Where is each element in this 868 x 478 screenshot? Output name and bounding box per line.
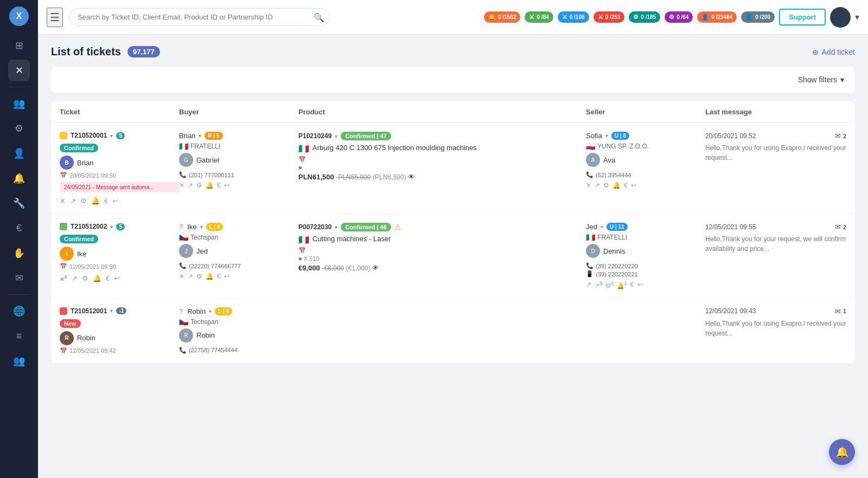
contact-name: Robin — [196, 331, 215, 339]
seller-action-5[interactable]: € — [624, 182, 628, 189]
avatar: R — [60, 331, 74, 345]
tools-icon[interactable]: 🔧 — [8, 192, 30, 214]
buyer-cell: ? Ike ▾ L | 4 🇨🇿 Techspan J Jed 📞 — [179, 223, 298, 280]
buyer-action-6[interactable]: ↩ — [224, 182, 229, 189]
eye-icon[interactable]: 👁 — [372, 264, 379, 272]
settings-icon[interactable]: ⚙ — [8, 118, 30, 139]
sidebar-divider — [8, 87, 30, 87]
buyer-role-badge: L | 4 — [206, 223, 224, 231]
buyer-action-3[interactable]: ⚙ — [196, 182, 202, 189]
msg-date: 12/05/2021 09:55 — [705, 223, 756, 231]
main-content: ☰ 🔍 🔔 0 /1582 ⚔ 0 /84 ⚔ 0 /108 ⚔ 0 /253 — [38, 0, 868, 478]
user-avatar[interactable] — [830, 7, 851, 28]
action-icon-2[interactable]: ↗ — [72, 274, 78, 283]
badge-b8[interactable]: 👤 0 /200 — [741, 11, 775, 23]
buyer-dropdown-icon[interactable]: ▾ — [209, 308, 212, 314]
ticket-id[interactable]: T210512002 — [71, 223, 107, 230]
support-button[interactable]: Support — [779, 9, 826, 25]
action-icon-5[interactable]: € — [106, 274, 110, 283]
badge-b4[interactable]: ⚔ 0 /253 — [593, 11, 625, 23]
ticket-id[interactable]: T210520001 — [71, 132, 107, 139]
buyer-action-3[interactable]: ⚙ — [196, 273, 202, 280]
seller-action-1[interactable]: ✕ — [586, 182, 591, 189]
action-icon-1[interactable]: ✕ — [60, 197, 66, 205]
badge-b5[interactable]: ⚙ 0 /185 — [629, 11, 660, 23]
show-filters-button[interactable]: Show filters ▾ — [798, 75, 844, 84]
dashboard-icon[interactable]: ⊞ — [8, 35, 30, 56]
badge-b7[interactable]: 👤 0 /23484 — [697, 11, 737, 23]
product-dropdown-icon[interactable]: ▾ — [335, 224, 337, 230]
buyer-action-5[interactable]: € — [217, 273, 221, 280]
badge-b2[interactable]: ⚔ 0 /84 — [525, 11, 553, 23]
action-icon-1[interactable]: ✕6 — [60, 274, 67, 283]
buyer-flag: 🇨🇿 — [179, 318, 188, 326]
action-icon-6[interactable]: ↩ — [114, 274, 120, 283]
seller-action-2[interactable]: ↗ — [595, 182, 600, 189]
action-icon-3[interactable]: ⚙ — [80, 197, 87, 205]
notification-fab[interactable]: 🔔 — [829, 439, 855, 465]
ticket-note: 24/05/2021 - Message sent automa... — [60, 182, 179, 192]
seller-action-6[interactable]: ↩ — [631, 182, 636, 189]
euro-icon[interactable]: € — [8, 217, 30, 239]
menu-button[interactable]: ☰ — [47, 8, 63, 27]
action-icon-6[interactable]: ↩ — [112, 197, 118, 205]
buyer-action-4[interactable]: 🔔 — [206, 273, 214, 280]
seller-dropdown-icon[interactable]: ▾ — [605, 133, 608, 139]
avatar: B — [60, 156, 74, 170]
buyer-action-6[interactable]: ↩ — [224, 273, 229, 280]
badge-b6[interactable]: ⚙ 0 /64 — [665, 11, 693, 23]
sliders-icon[interactable]: ≡ — [8, 325, 30, 347]
seller-action-6[interactable]: ↩ — [637, 281, 643, 289]
product-id[interactable]: P00722030 — [298, 223, 331, 231]
user2-icon: 👤 — [745, 14, 753, 21]
ticket-cell: T210512001 ▾ -1 New R Robin 📅 12/05/2021… — [60, 307, 179, 354]
buyer-dropdown-icon[interactable]: ▾ — [200, 224, 203, 230]
ticket-dropdown-icon[interactable]: ▾ — [110, 133, 113, 139]
add-user-icon[interactable]: 👤 — [8, 143, 30, 164]
product-dropdown-icon[interactable]: ▾ — [335, 133, 337, 139]
phone-row: 📞 (22220) 774666777 — [179, 262, 298, 269]
globe-icon[interactable]: 🌐 — [8, 300, 30, 322]
users-icon[interactable]: 👥 — [8, 93, 30, 114]
buyer-action-4[interactable]: 🔔 — [206, 182, 214, 189]
flag-icon: 🇮🇹 — [298, 144, 309, 154]
app-logo[interactable]: X — [9, 7, 29, 26]
action-icon-5[interactable]: € — [104, 197, 108, 205]
buyer-action-1[interactable]: ✕ — [179, 273, 184, 280]
ticket-dropdown-icon[interactable]: ▾ — [110, 224, 113, 230]
buyer-action-2[interactable]: ↗ — [188, 182, 193, 189]
action-icon-2[interactable]: ↗ — [70, 197, 76, 205]
bell-icon[interactable]: 🔔 — [8, 167, 30, 189]
seller-action-3[interactable]: ⚙ — [603, 182, 609, 189]
buyer-action-1[interactable]: ✕ — [179, 182, 184, 189]
buyer-dropdown-icon[interactable]: ▾ — [199, 133, 201, 139]
seller-action-4[interactable]: 🔔 — [612, 182, 621, 189]
buyer-action-5[interactable]: € — [217, 182, 221, 189]
add-ticket-button[interactable]: ⊕ Add ticket — [812, 48, 855, 56]
action-icon-4[interactable]: 🔔 — [91, 197, 100, 205]
user-dropdown-icon[interactable]: ▾ — [855, 12, 859, 22]
hand-icon[interactable]: ✋ — [8, 242, 30, 264]
search-icon[interactable]: 🔍 — [314, 12, 324, 22]
seller-action-1[interactable]: ↗ — [586, 281, 591, 289]
buyer-action-2[interactable]: ↗ — [188, 273, 193, 280]
ticket-id[interactable]: T210512001 — [71, 307, 107, 315]
seller-dropdown-icon[interactable]: ▾ — [601, 224, 603, 230]
mail-icon[interactable]: ✉ — [8, 267, 30, 289]
brand-icon[interactable]: ✕ — [8, 60, 30, 81]
action-icon-4[interactable]: 🔔 — [93, 274, 101, 283]
product-id[interactable]: P10210249 — [298, 132, 331, 140]
badge-b3[interactable]: ⚔ 0 /108 — [558, 11, 589, 23]
ticket-user-name: Ike — [77, 250, 86, 258]
action-icon-3[interactable]: ⚙ — [82, 274, 88, 283]
ticket-dropdown-icon[interactable]: ▾ — [110, 308, 113, 314]
eye-icon[interactable]: 👁 — [408, 173, 415, 181]
badge-notifications[interactable]: 🔔 0 /1582 — [484, 11, 520, 23]
seller-action-5[interactable]: € — [630, 281, 634, 289]
product-detail: 📅 — [298, 156, 586, 163]
seller-action-4[interactable]: 🔔1 — [617, 281, 627, 289]
seller-action-3[interactable]: ⚙2 — [605, 281, 614, 289]
team-icon[interactable]: 👥 — [8, 350, 30, 372]
seller-action-2[interactable]: ↗3 — [595, 281, 602, 289]
search-input[interactable] — [69, 8, 330, 26]
